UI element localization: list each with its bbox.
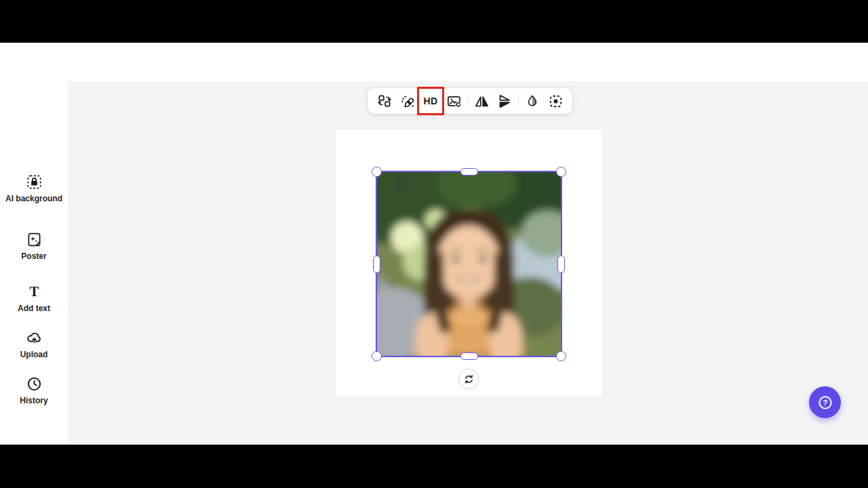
swap-icon xyxy=(377,94,392,108)
upload-icon xyxy=(26,329,43,346)
divider xyxy=(518,96,519,107)
tool-swap[interactable] xyxy=(373,90,396,112)
resize-handle-bottom-left[interactable] xyxy=(372,351,382,361)
tool-hd-upscale[interactable]: HD xyxy=(419,90,442,112)
svg-text:?: ? xyxy=(823,399,827,407)
magic-eraser-icon xyxy=(400,94,416,109)
image-toolbar: HD xyxy=(368,88,572,114)
sidebar-item-ai-background[interactable]: AI background xyxy=(0,174,68,205)
resize-handle-bottom[interactable] xyxy=(460,352,478,360)
resize-handle-left[interactable] xyxy=(373,256,380,273)
sidebar-item-history[interactable]: History xyxy=(0,375,68,407)
resize-handle-top-right[interactable] xyxy=(556,167,566,177)
header: image_Pippit_20 Resize Download xyxy=(0,43,868,81)
rotate-icon xyxy=(463,373,475,385)
poster-icon xyxy=(26,231,43,248)
canvas-artboard xyxy=(336,130,602,396)
add-text-icon: T xyxy=(26,283,43,300)
resize-handle-top-left[interactable] xyxy=(372,167,382,177)
tool-flip-vertical[interactable] xyxy=(493,90,516,112)
sidebar-item-label: Upload xyxy=(16,350,52,361)
sidebar-item-label: History xyxy=(16,396,52,407)
replace-image-icon xyxy=(446,94,462,109)
tool-magic-eraser[interactable] xyxy=(396,90,419,112)
sidebar-item-upload[interactable]: Upload xyxy=(0,329,68,361)
hd-icon: HD xyxy=(424,96,438,106)
help-button[interactable]: ? xyxy=(809,386,841,418)
letterbox-top xyxy=(0,0,868,43)
sidebar-item-add-text[interactable]: T Add text xyxy=(0,283,68,314)
svg-text:T: T xyxy=(29,283,39,300)
resize-handle-bottom-right[interactable] xyxy=(556,351,566,361)
resize-handle-right[interactable] xyxy=(557,256,565,273)
sidebar-item-poster[interactable]: Poster xyxy=(0,231,68,262)
sidebar-item-label: Add text xyxy=(14,304,54,314)
question-mark-icon: ? xyxy=(816,394,834,411)
resize-handle-top[interactable] xyxy=(460,168,478,176)
focus-icon xyxy=(548,94,564,109)
rotate-button[interactable] xyxy=(458,369,479,389)
sidebar: AI background Poster T Add text Upload H… xyxy=(0,81,68,445)
photo-smiling-girl xyxy=(377,172,561,356)
tool-flip-horizontal[interactable] xyxy=(470,90,493,112)
tool-focus-select[interactable] xyxy=(544,90,567,112)
tool-adjust[interactable] xyxy=(521,90,544,112)
water-drop-icon xyxy=(525,94,540,108)
flip-horizontal-icon xyxy=(474,94,490,109)
selected-image[interactable] xyxy=(376,171,562,357)
divider xyxy=(467,96,468,107)
ai-background-icon xyxy=(26,174,43,190)
sidebar-item-label: Poster xyxy=(17,251,50,262)
history-icon xyxy=(26,375,43,392)
letterbox-bottom xyxy=(0,445,868,488)
tool-replace-image[interactable] xyxy=(442,90,465,112)
flip-vertical-icon xyxy=(497,94,513,109)
sidebar-item-label: AI background xyxy=(1,194,66,205)
